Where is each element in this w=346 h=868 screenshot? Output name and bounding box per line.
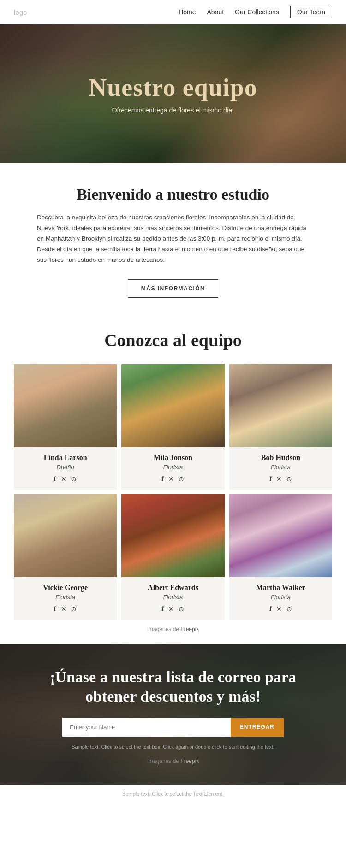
team-name-albert: Albert Edwards [126,584,220,592]
team-card-linda: Linda Larson Dueño 𝐟 ✕ ⊙ [14,364,117,490]
team-role-linda: Dueño [18,464,112,471]
team-name-bob: Bob Hudson [234,454,328,462]
instagram-icon-martha[interactable]: ⊙ [286,605,292,613]
team-card-martha: Martha Walker Florista 𝐟 ✕ ⊙ [229,494,332,620]
team-card-albert: Albert Edwards Florista 𝐟 ✕ ⊙ [121,494,224,620]
social-icons-vickie: 𝐟 ✕ ⊙ [18,605,112,613]
team-image-martha [229,494,332,577]
social-icons-bob: 𝐟 ✕ ⊙ [234,475,328,483]
team-name-martha: Martha Walker [234,584,328,592]
image-credit: Imágenes de Freepik [14,620,332,635]
newsletter-title: ¡Únase a nuestra lista de correo para ob… [37,667,309,707]
facebook-icon-albert[interactable]: 𝐟 [161,605,164,613]
hero-section: Nuestro equipo Ofrecemos entrega de flor… [0,24,346,163]
team-role-vickie: Florista [18,594,112,601]
team-info-bob: Bob Hudson Florista 𝐟 ✕ ⊙ [229,447,332,490]
team-image-bob [229,364,332,447]
newsletter-submit-button[interactable]: ENTREGAR [231,718,284,737]
twitter-icon-vickie[interactable]: ✕ [61,605,66,613]
newsletter-section: ¡Únase a nuestra lista de correo para ob… [0,644,346,785]
team-role-mila: Florista [126,464,220,471]
team-section: Conozca al equipo Linda Larson Dueño 𝐟 ✕… [0,312,346,644]
more-info-button[interactable]: MÁS INFORMACIÓN [128,279,219,298]
footer-sample-text: Sample text. Click to select the Text El… [122,791,224,797]
nav-link-collections[interactable]: Our Collections [235,8,279,16]
facebook-icon-mila[interactable]: 𝐟 [161,475,164,483]
team-card-bob: Bob Hudson Florista 𝐟 ✕ ⊙ [229,364,332,490]
nav-links: Home About Our Collections Our Team [179,6,332,18]
hero-title: Nuestro equipo [89,73,257,102]
facebook-icon-linda[interactable]: 𝐟 [54,475,56,483]
hero-subtitle: Ofrecemos entrega de flores el mismo día… [112,106,234,114]
newsletter-sample-text: Sample text. Click to select the text bo… [72,744,274,750]
team-image-mila [121,364,224,447]
team-info-martha: Martha Walker Florista 𝐟 ✕ ⊙ [229,577,332,620]
twitter-icon-linda[interactable]: ✕ [61,475,66,483]
nav-link-about[interactable]: About [207,8,224,16]
team-card-mila: Mila Jonson Florista 𝐟 ✕ ⊙ [121,364,224,490]
team-name-linda: Linda Larson [18,454,112,462]
twitter-icon-mila[interactable]: ✕ [168,475,174,483]
navbar: logo Home About Our Collections Our Team [0,0,346,24]
instagram-icon-albert[interactable]: ⊙ [179,605,184,613]
newsletter-image-credit: Imágenes de Freepik [147,754,199,766]
twitter-icon-albert[interactable]: ✕ [168,605,174,613]
team-role-martha: Florista [234,594,328,601]
twitter-icon-martha[interactable]: ✕ [276,605,282,613]
welcome-section: Bienvenido a nuestro estudio Descubra la… [0,163,346,312]
instagram-icon-vickie[interactable]: ⊙ [71,605,77,613]
team-name-vickie: Vickie George [18,584,112,592]
team-title: Conozca al equipo [14,330,332,350]
team-role-bob: Florista [234,464,328,471]
social-icons-mila: 𝐟 ✕ ⊙ [126,475,220,483]
nav-link-our-team[interactable]: Our Team [290,6,332,18]
social-icons-martha: 𝐟 ✕ ⊙ [234,605,328,613]
nav-link-home[interactable]: Home [179,8,196,16]
facebook-icon-bob[interactable]: 𝐟 [269,475,272,483]
team-image-linda [14,364,117,447]
team-info-mila: Mila Jonson Florista 𝐟 ✕ ⊙ [121,447,224,490]
newsletter-credit-prefix: Imágenes de [147,758,181,764]
social-icons-albert: 𝐟 ✕ ⊙ [126,605,220,613]
team-info-vickie: Vickie George Florista 𝐟 ✕ ⊙ [14,577,117,620]
social-icons-linda: 𝐟 ✕ ⊙ [18,475,112,483]
team-info-linda: Linda Larson Dueño 𝐟 ✕ ⊙ [14,447,117,490]
facebook-icon-martha[interactable]: 𝐟 [269,605,272,613]
instagram-icon-linda[interactable]: ⊙ [71,475,77,483]
instagram-icon-mila[interactable]: ⊙ [179,475,184,483]
team-grid: Linda Larson Dueño 𝐟 ✕ ⊙ Mila Jonson Flo… [14,364,332,620]
nav-logo: logo [14,8,27,16]
team-role-albert: Florista [126,594,220,601]
facebook-icon-vickie[interactable]: 𝐟 [54,605,56,613]
freepik-link[interactable]: Freepik [180,626,199,632]
team-image-albert [121,494,224,577]
footer-sample: Sample text. Click to select the Text El… [0,785,346,804]
image-credit-prefix: Imágenes de [147,626,181,632]
newsletter-form: ENTREGAR [62,718,284,737]
newsletter-freepik-link[interactable]: Freepik [180,758,199,764]
instagram-icon-bob[interactable]: ⊙ [286,475,292,483]
twitter-icon-bob[interactable]: ✕ [276,475,282,483]
team-card-vickie: Vickie George Florista 𝐟 ✕ ⊙ [14,494,117,620]
team-name-mila: Mila Jonson [126,454,220,462]
team-info-albert: Albert Edwards Florista 𝐟 ✕ ⊙ [121,577,224,620]
newsletter-name-input[interactable] [62,718,231,737]
welcome-title: Bienvenido a nuestro estudio [37,186,309,203]
welcome-text: Descubra la exquisita belleza de nuestra… [37,213,309,266]
team-image-vickie [14,494,117,577]
